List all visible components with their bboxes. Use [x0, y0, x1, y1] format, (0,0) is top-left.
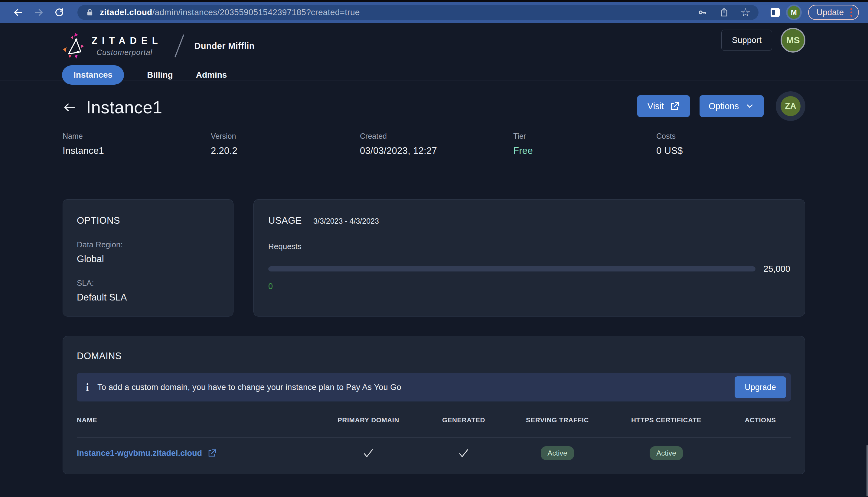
col-serving-traffic: SERVING TRAFFIC [526, 416, 589, 424]
primary-domain-check-icon [362, 447, 375, 459]
usage-current-value: 0 [268, 282, 790, 291]
instance-avatar: ZA [781, 96, 800, 116]
usage-metric-label: Requests [268, 242, 790, 251]
scrollbar-thumb[interactable] [867, 445, 868, 496]
options-label: Options [709, 101, 739, 111]
col-actions: ACTIONS [745, 416, 776, 424]
table-row: instance1-wgvbmu.zitadel.cloud Active Ac… [77, 438, 791, 469]
password-key-icon[interactable] [698, 8, 708, 17]
logo-text: ZITADEL Customerportal [92, 36, 163, 57]
side-panel-icon[interactable] [771, 8, 780, 17]
url-text: zitadel.cloud/admin/instances/2035590515… [100, 8, 692, 17]
page-title: Instance1 [86, 97, 163, 117]
upgrade-button[interactable]: Upgrade [734, 377, 786, 398]
back-button[interactable] [62, 99, 80, 116]
options-card-title: OPTIONS [77, 215, 219, 226]
domains-card: DOMAINS i To add a custom domain, you ha… [62, 336, 805, 474]
instance-meta: Name Instance1 Version 2.20.2 Created 03… [62, 132, 806, 156]
url-path: /admin/instances/203559051542397185?crea… [152, 8, 360, 17]
browser-toolbar: zitadel.cloud/admin/instances/2035590515… [0, 2, 868, 23]
logo-subtitle: Customerportal [97, 48, 163, 57]
usage-card: USAGE 3/3/2023 - 4/3/2023 Requests 25,00… [253, 199, 805, 316]
col-generated: GENERATED [442, 416, 485, 424]
col-name: NAME [77, 416, 322, 424]
domains-card-title: DOMAINS [77, 351, 791, 361]
browser-forward-icon[interactable] [32, 6, 45, 19]
meta-version: Version 2.20.2 [211, 132, 360, 156]
options-button[interactable]: Options [700, 95, 764, 117]
support-button[interactable]: Support [721, 30, 772, 51]
col-https-certificate: HTTPS CERTIFICATE [631, 416, 701, 424]
logo-wordmark: ZITADEL [92, 36, 163, 46]
visit-button[interactable]: Visit [637, 95, 690, 117]
sla-value: Default SLA [77, 292, 219, 303]
external-link-icon[interactable] [208, 449, 216, 458]
usage-limit: 25,000 [764, 264, 790, 274]
browser-chrome: zitadel.cloud/admin/instances/2035590515… [0, 0, 868, 23]
domains-table-header: NAME PRIMARY DOMAIN GENERATED SERVING TR… [77, 403, 791, 437]
app-header: ZITADEL Customerportal Dunder Mifflin Su… [0, 23, 868, 81]
tier-value: Free [513, 145, 656, 156]
info-icon: i [86, 382, 89, 393]
upgrade-banner: i To add a custom domain, you have to ch… [77, 373, 791, 401]
domain-link[interactable]: instance1-wgvbmu.zitadel.cloud [77, 449, 322, 458]
chevron-down-icon [745, 101, 755, 111]
col-primary-domain: PRIMARY DOMAIN [337, 416, 399, 424]
domains-table: NAME PRIMARY DOMAIN GENERATED SERVING TR… [77, 403, 791, 469]
instance-header: Instance1 Visit Options ZA Name Instance… [0, 81, 868, 179]
org-name: Dunder Mifflin [195, 41, 255, 51]
meta-name: Name Instance1 [62, 132, 211, 156]
external-link-icon [670, 101, 680, 111]
usage-card-title: USAGE [268, 215, 302, 226]
sla-label: SLA: [77, 279, 219, 288]
meta-created: Created 03/03/2023, 12:27 [360, 132, 513, 156]
visit-label: Visit [647, 101, 664, 111]
browser-profile-avatar[interactable]: M [787, 6, 800, 19]
options-card: OPTIONS Data Region: Global SLA: Default… [62, 199, 234, 316]
zitadel-logo-icon [62, 31, 87, 60]
share-icon[interactable] [719, 8, 729, 17]
browser-back-icon[interactable] [12, 6, 25, 19]
bookmark-star-icon[interactable]: ☆ [740, 6, 751, 18]
usage-progress-bar [268, 266, 756, 271]
meta-costs: Costs 0 US$ [656, 132, 806, 156]
browser-update-label: Update [816, 8, 844, 17]
data-region-value: Global [77, 254, 219, 265]
breadcrumb-slash [173, 33, 185, 59]
browser-update-button[interactable]: Update [808, 5, 859, 20]
generated-check-icon [458, 447, 470, 459]
domain-name: instance1-wgvbmu.zitadel.cloud [77, 449, 202, 458]
user-avatar[interactable]: MS [781, 28, 806, 53]
meta-tier: Tier Free [513, 132, 656, 156]
instance-avatar-ring[interactable]: ZA [776, 91, 806, 121]
data-region-label: Data Region: [77, 240, 219, 250]
banner-text: To add a custom domain, you have to chan… [97, 383, 734, 392]
url-host: zitadel.cloud [100, 8, 152, 17]
url-bar[interactable]: zitadel.cloud/admin/instances/2035590515… [78, 5, 758, 20]
serving-traffic-badge: Active [541, 446, 574, 460]
browser-reload-icon[interactable] [53, 6, 66, 19]
serving-traffic-cell: Active [541, 446, 574, 460]
lock-icon [85, 8, 94, 17]
https-certificate-badge: Active [650, 446, 683, 460]
browser-menu-dots-icon[interactable] [849, 8, 854, 17]
usage-period: 3/3/2023 - 4/3/2023 [313, 217, 379, 226]
https-certificate-cell: Active [650, 446, 683, 460]
